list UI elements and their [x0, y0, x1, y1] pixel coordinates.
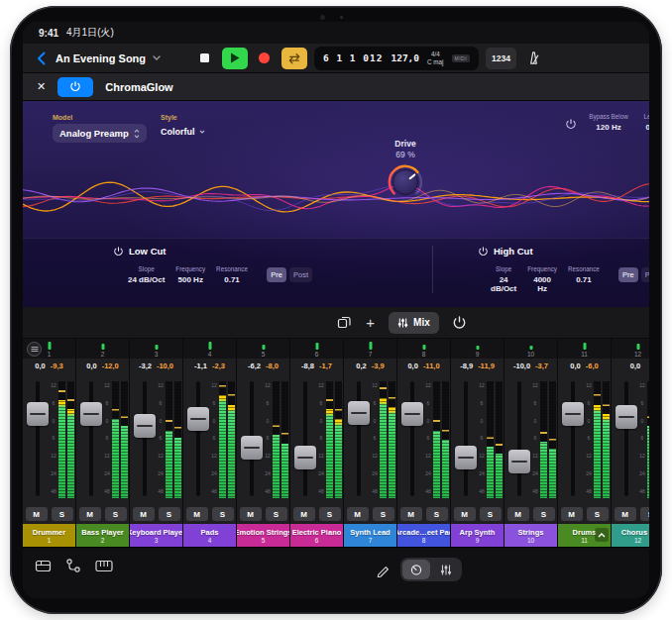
mute-button[interactable]: M — [561, 507, 583, 521]
track-label[interactable]: Arp Synth 9 — [451, 524, 504, 547]
high-cut-power-icon[interactable] — [479, 247, 488, 257]
strip-values: -1,1 -2,3 — [183, 359, 236, 373]
mute-button[interactable]: M — [400, 507, 422, 521]
track-label[interactable]: Electric Piano 6 — [290, 524, 343, 547]
mute-button[interactable]: M — [347, 507, 369, 521]
metronome-button[interactable] — [523, 48, 543, 69]
cycle-button[interactable] — [281, 48, 307, 69]
track-label-number: 7 — [369, 537, 373, 544]
fader-handle[interactable] — [455, 446, 477, 469]
solo-button[interactable]: S — [212, 507, 234, 521]
track-label[interactable]: Drummer 1 — [23, 524, 75, 547]
mix-mode-button[interactable]: Mix — [389, 312, 439, 334]
strip-values: 0,0 — [612, 359, 649, 373]
add-track-button[interactable]: + — [366, 315, 375, 330]
play-surface-button[interactable] — [95, 559, 113, 573]
solo-button[interactable]: S — [373, 507, 394, 521]
mixer-options-button[interactable] — [27, 342, 42, 357]
high-cut-resonance[interactable]: Resonance 0.71 — [568, 265, 600, 284]
solo-button[interactable]: S — [159, 507, 180, 521]
low-cut-post-button[interactable]: Post — [289, 267, 312, 282]
fader-handle[interactable] — [562, 402, 584, 426]
mixer-power-button[interactable] — [453, 316, 466, 330]
peak-tick — [121, 416, 128, 418]
mini-meter — [262, 345, 265, 350]
faders-view-button[interactable] — [432, 560, 460, 579]
edit-button[interactable] — [376, 563, 391, 577]
duplicate-button[interactable] — [337, 315, 352, 330]
bypass-power-button[interactable] — [566, 116, 576, 134]
close-plugin-button[interactable]: ✕ — [37, 80, 46, 93]
low-cut-slope[interactable]: Slope 24 dB/Oct — [128, 265, 165, 284]
count-in-button[interactable]: 1234 — [486, 48, 516, 69]
solo-button[interactable]: S — [266, 507, 287, 521]
fader-handle[interactable] — [401, 402, 423, 426]
mute-button[interactable]: M — [507, 507, 529, 521]
bypass-below-control[interactable]: Bypass Below 120 Hz — [581, 113, 636, 132]
lcd-display[interactable]: 6 1 1 012 127,0 4/4 C maj MIDI — [314, 47, 479, 70]
browser-button[interactable] — [35, 558, 52, 573]
fader-handle[interactable] — [27, 402, 49, 426]
level-value: 0.0 — [629, 123, 649, 132]
drive-control[interactable]: Drive 69 % — [376, 139, 435, 206]
solo-button[interactable]: S — [640, 507, 650, 521]
track-label[interactable]: Strings 10 — [504, 524, 557, 547]
plugin-power-button[interactable] — [57, 77, 93, 97]
mute-button[interactable]: M — [186, 507, 208, 521]
solo-button[interactable]: S — [533, 507, 555, 521]
mute-button[interactable]: M — [615, 507, 636, 521]
fader-handle[interactable] — [348, 401, 370, 425]
fader-handle[interactable] — [508, 450, 530, 473]
fader-handle[interactable] — [134, 414, 156, 438]
mute-button[interactable]: M — [454, 507, 476, 521]
low-cut-pre-button[interactable]: Pre — [267, 267, 286, 282]
record-button[interactable] — [255, 48, 275, 69]
solo-button[interactable]: S — [52, 507, 73, 521]
solo-button[interactable]: S — [426, 507, 448, 521]
mute-button[interactable]: M — [26, 507, 48, 521]
drive-knob[interactable] — [386, 162, 425, 202]
back-button[interactable] — [33, 48, 49, 69]
stop-button[interactable] — [195, 48, 215, 69]
low-cut-power-icon[interactable] — [114, 247, 123, 257]
high-cut-header: High Cut — [479, 246, 533, 257]
mute-button[interactable]: M — [293, 507, 315, 521]
high-cut-frequency[interactable]: Frequency 4000 Hz — [527, 265, 557, 293]
solo-button[interactable]: S — [480, 507, 502, 521]
play-button[interactable] — [222, 48, 248, 69]
model-control[interactable]: Model Analog Preamp — [53, 114, 147, 143]
mute-button[interactable]: M — [240, 507, 262, 521]
track-label[interactable]: Arcade…eet Pad 8 — [397, 524, 450, 547]
mute-button[interactable]: M — [79, 507, 101, 521]
high-cut-slope[interactable]: Slope 24 dB/Oct — [491, 265, 516, 293]
song-menu-chevron-icon[interactable] — [153, 55, 161, 60]
track-label[interactable]: Chorus V 12 — [612, 524, 649, 547]
fader-handle[interactable] — [80, 402, 102, 426]
track-label[interactable]: Keyboard Player 3 — [130, 524, 182, 547]
high-cut-pre-button[interactable]: Pre — [618, 267, 638, 282]
track-label[interactable]: Bass Player 2 — [76, 524, 129, 547]
knob-view-button[interactable] — [402, 560, 430, 579]
routing-button[interactable] — [65, 558, 81, 573]
solo-button[interactable]: S — [105, 507, 127, 521]
peak-value: -11,0 — [423, 362, 440, 370]
collapse-badge[interactable] — [595, 528, 609, 542]
fader-handle[interactable] — [241, 436, 263, 460]
fader-handle[interactable] — [616, 405, 637, 429]
track-label[interactable]: Synth Lead 7 — [344, 524, 396, 547]
track-label[interactable]: Pads 4 — [183, 524, 236, 547]
solo-button[interactable]: S — [587, 507, 609, 521]
solo-button[interactable]: S — [319, 507, 341, 521]
low-cut-resonance[interactable]: Resonance 0.71 — [216, 265, 248, 284]
track-label[interactable]: Drums 11 — [558, 524, 611, 547]
level-control[interactable]: Level 0.0 — [629, 113, 649, 132]
fader-handle[interactable] — [187, 407, 209, 431]
style-control[interactable]: Style Colorful — [161, 114, 205, 137]
mute-button[interactable]: M — [133, 507, 155, 521]
song-title[interactable]: An Evening Song — [56, 52, 146, 64]
fader-handle[interactable] — [294, 446, 316, 469]
fader-track — [624, 381, 628, 496]
high-cut-post-button[interactable]: Post — [641, 267, 649, 282]
low-cut-frequency[interactable]: Frequency 500 Hz — [175, 265, 205, 284]
track-label[interactable]: Emotion Strings 5 — [237, 524, 289, 547]
